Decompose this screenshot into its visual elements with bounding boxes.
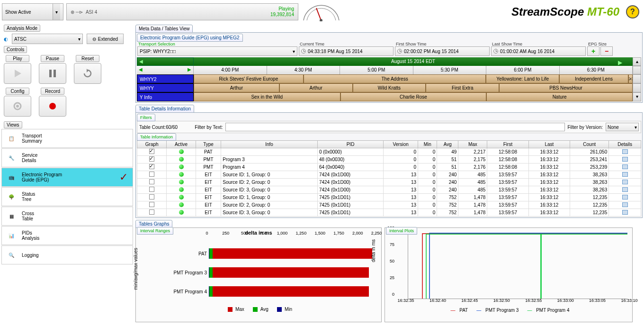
filter-version-label: Filter by Version: bbox=[568, 125, 603, 130]
scroll-up-icon[interactable]: ▴ bbox=[633, 57, 641, 66]
tab-meta[interactable]: Meta Data / Tables View bbox=[135, 25, 193, 33]
record-button[interactable] bbox=[39, 96, 66, 117]
arrow-right-icon[interactable]: ▶ bbox=[618, 58, 622, 67]
col-active[interactable]: Active bbox=[167, 141, 196, 148]
active-icon bbox=[179, 210, 184, 215]
transport-select[interactable]: PSIP: WHYY2□□▾ bbox=[137, 46, 297, 56]
epg-program[interactable]: Arthur bbox=[194, 83, 279, 92]
chevron-down-icon: ▾ bbox=[53, 4, 60, 20]
col-first[interactable]: First bbox=[487, 141, 528, 148]
sidebar-item-service[interactable]: 🔧ServiceDetails bbox=[1, 148, 133, 167]
details-icon[interactable] bbox=[622, 195, 628, 200]
col-info[interactable]: Info bbox=[221, 141, 318, 148]
details-icon[interactable] bbox=[622, 157, 628, 162]
col-details[interactable]: Details bbox=[609, 141, 641, 148]
col-min[interactable]: Min bbox=[418, 141, 437, 148]
details-icon[interactable] bbox=[622, 149, 628, 154]
details-icon[interactable] bbox=[622, 164, 628, 169]
col-max[interactable]: Max bbox=[458, 141, 487, 148]
view-icon: 📊 bbox=[5, 230, 18, 241]
table-row[interactable]: EITSource ID: 1, Group: 07425 (0x1D01) 1… bbox=[137, 194, 641, 201]
epg-program[interactable]: Wild Kratts bbox=[353, 83, 426, 92]
epg-size-minus[interactable]: − bbox=[600, 46, 613, 56]
col-last[interactable]: Last bbox=[528, 141, 570, 148]
table-row[interactable]: EITSource ID: 1, Group: 07424 (0x1D00) 1… bbox=[137, 171, 641, 179]
details-icon[interactable] bbox=[622, 172, 628, 177]
graph-checkbox[interactable] bbox=[149, 156, 154, 162]
help-button[interactable]: ? bbox=[626, 5, 639, 18]
graph-checkbox[interactable] bbox=[149, 164, 154, 169]
epg-program[interactable]: Sex in the Wild bbox=[194, 92, 340, 101]
col-pid[interactable]: PID bbox=[317, 141, 383, 148]
epg-program[interactable]: Charlie Rose bbox=[340, 92, 487, 101]
graph-checkbox[interactable] bbox=[149, 209, 154, 215]
epg-program[interactable]: Yellowstone: Land to Life bbox=[486, 74, 559, 83]
epg-channel[interactable]: Y Info bbox=[137, 92, 194, 101]
tab-epg[interactable]: Electronic Program Guide (EPG) using MPE… bbox=[137, 34, 243, 42]
sidebar-item-transport[interactable]: 📋TransportSummary bbox=[1, 129, 133, 148]
graph-checkbox[interactable] bbox=[149, 194, 154, 200]
col-type[interactable]: Type bbox=[196, 141, 221, 148]
sidebar-item-cross[interactable]: ▦CrossTable bbox=[1, 207, 133, 226]
details-icon[interactable] bbox=[622, 210, 628, 215]
sidebar-item-electronic-program[interactable]: 📺Electronic ProgramGuide (EPG)✓ bbox=[1, 168, 133, 187]
reset-button[interactable] bbox=[74, 63, 101, 84]
epg-program[interactable]: Arthur bbox=[279, 83, 353, 92]
pause-button[interactable] bbox=[39, 63, 66, 84]
graph-checkbox[interactable] bbox=[149, 149, 154, 154]
standard-select[interactable]: ATSC▾ bbox=[12, 34, 83, 44]
sidebar-item-pids[interactable]: 📊PIDsAnalysis bbox=[1, 226, 133, 245]
table-row[interactable]: PMTProgram 348 (0x0030) 00512,175 12:58:… bbox=[137, 156, 641, 164]
top-bar: Show Active ▾ ⊕ ─⊳ ASI 4 Playing 19,392,… bbox=[0, 0, 644, 24]
filter-version-select[interactable]: None▾ bbox=[606, 123, 639, 131]
epg-program[interactable]: First Extra bbox=[426, 83, 499, 92]
col-version[interactable]: Version bbox=[384, 141, 418, 148]
graph-checkbox[interactable] bbox=[149, 179, 154, 184]
table-row[interactable]: EITSource ID: 3, Group: 07424 (0x1D00) 1… bbox=[137, 186, 641, 194]
tab-tdi: Table Details Information bbox=[135, 105, 194, 113]
epg-program[interactable]: PBS NewsHour bbox=[499, 83, 633, 92]
table-row[interactable]: PMTProgram 464 (0x0040) 00512,176 12:58:… bbox=[137, 164, 641, 171]
epg-program[interactable]: Independent Lens bbox=[559, 74, 628, 83]
stream-display[interactable]: ⊕ ─⊳ ASI 4 Playing 19,392,814 bbox=[66, 3, 298, 20]
left-panel: Analysis Mode ◐ ATSC▾ ⊖Extended Controls… bbox=[0, 25, 134, 325]
epg-program[interactable]: >> bbox=[628, 74, 633, 83]
graph-checkbox[interactable] bbox=[149, 187, 154, 192]
details-icon[interactable] bbox=[622, 187, 628, 192]
epg-channel[interactable]: WHYY2 bbox=[137, 74, 194, 83]
interval-plots-label: Interval Plots bbox=[386, 227, 417, 235]
svg-marker-2 bbox=[15, 70, 21, 77]
col-count[interactable]: Count bbox=[570, 141, 609, 148]
epg-program[interactable]: Rick Steves' Festive Europe bbox=[194, 74, 304, 83]
table-row[interactable]: PAT0 (0x0000) 00492,217 12:58:0816:33:12… bbox=[137, 148, 641, 156]
show-active-dropdown[interactable]: Show Active ▾ bbox=[2, 3, 63, 20]
extended-button[interactable]: ⊖Extended bbox=[87, 34, 124, 44]
active-icon bbox=[179, 187, 184, 192]
col-graph[interactable]: Graph bbox=[137, 141, 167, 148]
reset-label: Reset bbox=[76, 55, 99, 62]
epg-program[interactable]: The Address bbox=[304, 74, 486, 83]
epg-program[interactable]: Nature bbox=[486, 92, 633, 101]
clock-icon bbox=[397, 49, 402, 54]
chevron-down-icon: ▾ bbox=[293, 49, 295, 54]
graph-checkbox[interactable] bbox=[149, 172, 154, 177]
col-avg[interactable]: Avg bbox=[437, 141, 458, 148]
table-row[interactable]: EITSource ID: 2, Group: 07424 (0x1D00) 1… bbox=[137, 179, 641, 186]
epg-date: August 15 2014 EDT▶ bbox=[194, 57, 633, 66]
interval-ranges-label: Interval Ranges bbox=[137, 227, 173, 235]
plug-icon: ⊕ ─⊳ bbox=[71, 9, 83, 15]
play-button[interactable] bbox=[4, 63, 31, 84]
table-row[interactable]: EITSource ID: 3, Group: 07425 (0x1D01) 1… bbox=[137, 209, 641, 217]
sidebar-item-status[interactable]: 🌳StatusTree bbox=[1, 187, 133, 206]
epg-channel[interactable]: WHYY bbox=[137, 83, 194, 92]
record-label: Record bbox=[41, 88, 64, 95]
sidebar-item-logging[interactable]: 🔍Logging bbox=[1, 245, 133, 264]
table-row[interactable]: EITSource ID: 2, Group: 07425 (0x1D01) 1… bbox=[137, 201, 641, 209]
config-button[interactable] bbox=[4, 96, 31, 117]
details-icon[interactable] bbox=[622, 202, 628, 207]
filter-text-input[interactable] bbox=[225, 123, 564, 131]
interval-plots-chart: Interval Plots delta in ms 0255075100 16… bbox=[385, 227, 633, 322]
graph-checkbox[interactable] bbox=[149, 202, 154, 207]
epg-size-plus[interactable]: + bbox=[587, 46, 599, 56]
details-icon[interactable] bbox=[622, 180, 628, 184]
